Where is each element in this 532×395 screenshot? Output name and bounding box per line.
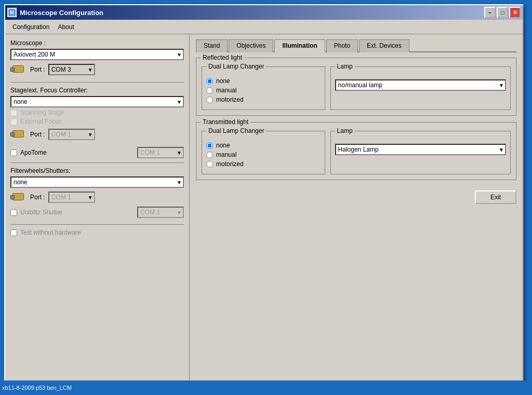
main-window: M Microscope Configuration – □ ✕ Configu… [4,4,524,386]
close-button[interactable]: ✕ [509,7,521,18]
reflected-dual-lamp-title: Dual Lamp Changer [206,63,266,70]
reflected-lamp-select[interactable]: no/manual lamp Halogen Lamp Mercury Lamp [335,79,506,91]
taskbar: xb11-8-2009 p53 ben_LCM [0,380,532,395]
tab-ext-devices[interactable]: Ext. Devices [359,39,409,52]
stage-select[interactable]: none [10,96,184,107]
reflected-radio-manual-label: manual [216,87,236,94]
transmitted-lamp-select-wrapper: Halogen Lamp no/manual lamp Mercury Lamp [335,144,506,155]
stage-port-select[interactable]: COM 1 [48,129,95,140]
menu-bar: Configuration About [5,20,523,34]
port-select-wrapper: COM 1 COM 2 COM 3 COM 4 [48,64,95,75]
reflected-lamp-group: Lamp no/manual lamp Halogen Lamp Mercury… [330,66,511,110]
external-focus-checkbox[interactable] [10,118,17,125]
reflected-light-section: Reflected light Dual Lamp Changer none [196,58,516,116]
uniblitz-row: Uniblitz Shutter COM 1 [10,207,184,218]
microscope-label: Microscope : [10,39,184,47]
stage-port-label: Port : [30,131,45,138]
minimize-button[interactable]: – [484,7,496,18]
transmitted-radio-none-input[interactable] [206,142,213,149]
scanning-stage-checkbox[interactable] [10,110,17,116]
transmitted-radio-motorized-label: motorized [216,160,244,168]
reflected-radio-manual-input[interactable] [206,87,213,94]
reflected-lamp-select-area: no/manual lamp Halogen Lamp Mercury Lamp [335,71,506,91]
reflected-radio-none: none [206,77,321,85]
left-panel: Microscope : Axiovert 200 M Port : COM 1 [5,34,190,385]
uniblitz-checkbox[interactable] [10,209,17,216]
filterwheels-label: Filterwheels/Shutters: [10,167,184,174]
svg-text:M: M [10,10,14,16]
scanning-stage-label: Scanning Stage [20,109,64,116]
fw-port-row: Port : COM 1 [10,191,184,203]
transmitted-radio-manual-input[interactable] [206,152,213,158]
apotome-checkbox[interactable] [10,149,17,156]
fw-port-select-wrapper: COM 1 [48,192,95,203]
reflected-lamp-select-wrapper: no/manual lamp Halogen Lamp Mercury Lamp [335,79,506,91]
tab-photo[interactable]: Photo [326,39,358,52]
title-bar: M Microscope Configuration – □ ✕ [5,5,523,20]
transmitted-radio-manual: manual [206,151,321,158]
microscope-select-wrapper: Axiovert 200 M [10,49,184,60]
reflected-radio-none-input[interactable] [206,78,213,85]
reflected-radio-manual: manual [206,87,321,94]
microscope-port-row: Port : COM 1 COM 2 COM 3 COM 4 [10,63,184,76]
test-hardware-checkbox[interactable] [10,229,17,236]
fw-port-label: Port : [30,194,45,201]
fw-connector-icon [10,191,27,203]
reflected-radio-motorized-label: motorized [216,96,244,103]
test-hardware-label: Test without hardware [20,229,81,236]
transmitted-lamp-group: Lamp Halogen Lamp no/manual lamp Mercury… [330,131,511,174]
reflected-light-title: Reflected light [201,54,244,61]
maximize-button[interactable]: □ [497,7,508,18]
transmitted-radio-none-label: none [216,142,230,149]
transmitted-dual-lamp-group: Dual Lamp Changer none manual [202,131,325,174]
transmitted-lamp-title: Lamp [335,127,355,134]
title-bar-buttons: – □ ✕ [484,7,521,18]
app-icon: M [7,8,17,17]
apotome-port-select[interactable]: COM 1 [137,147,184,158]
connector-icon [10,63,27,76]
port-label: Port : [30,66,45,73]
tab-illumination[interactable]: Illumination [274,39,325,52]
uniblitz-port-select[interactable]: COM 1 [137,207,184,218]
reflected-dual-lamp-group: Dual Lamp Changer none manual [202,66,325,110]
uniblitz-port-wrapper: COM 1 [137,207,184,218]
stage-connector-icon [10,128,27,141]
exit-button[interactable]: Exit [475,190,516,204]
transmitted-radio-none: none [206,142,321,149]
stage-port-select-wrapper: COM 1 [48,129,95,140]
transmitted-lamp-select-area: Halogen Lamp no/manual lamp Mercury Lamp [335,135,506,155]
microscope-select[interactable]: Axiovert 200 M [10,49,184,60]
test-hardware-row: Test without hardware [10,229,184,236]
reflected-radio-group: none manual motorized [206,71,321,103]
reflected-light-inner: Dual Lamp Changer none manual [202,63,511,110]
stage-group: Stage/ext. Focus Controller: none Scanni… [10,87,184,141]
transmitted-radio-group: none manual motorized [206,135,321,168]
transmitted-light-inner: Dual Lamp Changer none manual [202,128,511,174]
transmitted-radio-motorized: motorized [206,160,321,168]
exit-row: Exit [196,186,516,208]
menu-item-configuration[interactable]: Configuration [8,22,54,32]
tab-objectives[interactable]: Objectives [229,39,273,52]
scanning-stage-row: Scanning Stage [10,109,184,116]
external-focus-label: External Focus [20,118,62,125]
apotome-row: ApoTome COM 1 [10,147,184,158]
fw-port-select[interactable]: COM 1 [48,192,95,203]
reflected-radio-none-label: none [216,77,230,85]
menu-item-about[interactable]: About [54,22,78,32]
window-title: Microscope Configuration [20,9,103,17]
transmitted-light-title: Transmitted light [201,118,250,126]
transmitted-radio-motorized-input[interactable] [206,161,213,168]
tab-stand[interactable]: Stand [196,39,228,52]
taskbar-item: xb11-8-2009 p53 ben_LCM [2,385,72,391]
filterwheels-select[interactable]: none [10,176,184,188]
uniblitz-label: Uniblitz Shutter [20,209,62,216]
transmitted-lamp-select[interactable]: Halogen Lamp no/manual lamp Mercury Lamp [335,144,506,155]
transmitted-radio-manual-label: manual [216,151,236,158]
filterwheels-group: Filterwheels/Shutters: none Port : COM 1 [10,167,184,218]
transmitted-dual-lamp-title: Dual Lamp Changer [206,127,266,134]
filterwheels-select-wrapper: none [10,176,184,188]
microscope-port-select[interactable]: COM 1 COM 2 COM 3 COM 4 [48,64,95,75]
content-area: Microscope : Axiovert 200 M Port : COM 1 [5,34,523,385]
reflected-radio-motorized-input[interactable] [206,97,213,103]
tab-bar: Stand Objectives Illumination Photo Ext.… [196,38,516,52]
